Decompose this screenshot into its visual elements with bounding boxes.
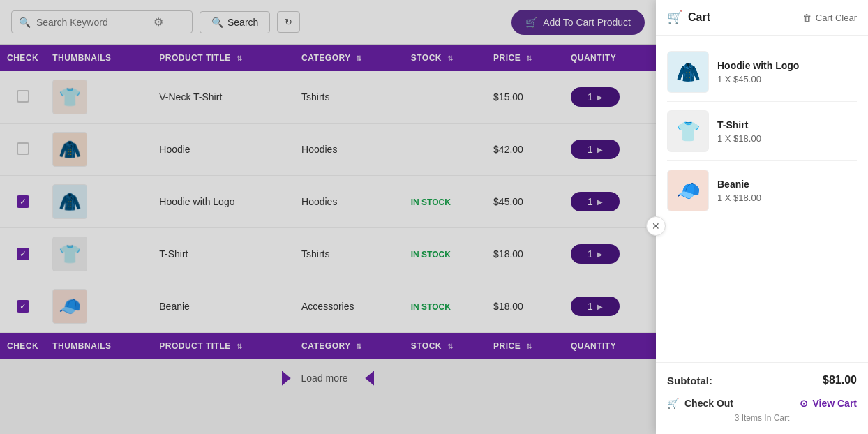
cell-stock (404, 124, 486, 176)
col-price: PRICE ⇅ (486, 45, 564, 71)
col-quantity: QUANTITY (564, 45, 656, 71)
row-checkbox[interactable]: ✓ (17, 248, 29, 260)
sort-icon-title[interactable]: ⇅ (237, 54, 243, 62)
cart-item: 👕 T-Shirt 1 X $18.00 (667, 102, 857, 161)
subtotal-row: Subtotal: $81.00 (667, 374, 857, 387)
search-input[interactable] (36, 17, 148, 28)
table-footer-row: CHECK THUMBNAILS PRODUCT TITLE ⇅ CATEGOR… (0, 333, 656, 360)
footer-col-check: CHECK (0, 333, 45, 360)
close-cart-button[interactable]: ✕ (646, 216, 666, 236)
add-to-cart-label: Add To Cart Product (543, 17, 631, 28)
cell-title: Hoodie with Logo (152, 176, 294, 228)
cell-check: ✓ (0, 280, 45, 333)
cell-stock: IN STOCK (404, 280, 486, 333)
cell-category: Accessories (294, 280, 404, 333)
sort-icon-price[interactable]: ⇅ (526, 54, 532, 62)
cell-price: $18.00 (486, 228, 564, 280)
row-checkbox[interactable] (17, 90, 29, 103)
table-header-row: CHECK THUMBNAILS PRODUCT TITLE ⇅ CATEGOR… (0, 45, 656, 71)
qty-arrow-icon: ▶ (597, 250, 603, 258)
col-stock: STOCK ⇅ (404, 45, 486, 71)
qty-arrow-icon: ▶ (597, 198, 603, 206)
cart-item-info: Hoodie with Logo 1 X $45.00 (717, 60, 857, 84)
footer-col-title: PRODUCT TITLE ⇅ (152, 333, 294, 360)
footer-col-thumbnails: THUMBNAILS (45, 333, 152, 360)
checkout-label: Check Out (684, 398, 733, 409)
row-checkbox[interactable]: ✓ (17, 195, 29, 208)
footer-sort-icon-title[interactable]: ⇅ (237, 343, 243, 350)
cart-item-qty-price: 1 X $18.00 (717, 133, 857, 144)
cell-quantity: 1 ▶ (564, 228, 656, 280)
sort-icon-stock[interactable]: ⇅ (447, 54, 454, 62)
view-cart-button[interactable]: ⊙ View Cart (800, 398, 857, 409)
quantity-badge[interactable]: 1 ▶ (571, 297, 620, 316)
filter-icon[interactable]: ⚙ (154, 15, 163, 29)
load-more-button[interactable]: Load more (282, 371, 348, 386)
cell-price: $42.00 (486, 124, 564, 176)
cell-title: T-Shirt (152, 228, 294, 280)
cart-count-text: 3 Items In Cart (667, 413, 857, 423)
stock-badge: IN STOCK (411, 250, 451, 260)
footer-sort-icon-stock[interactable]: ⇅ (447, 343, 454, 350)
cell-thumbnail: 🧥 (45, 124, 152, 176)
cell-quantity: 1 ▶ (564, 280, 656, 333)
cart-item-thumbnail: 👕 (667, 110, 709, 152)
cart-panel: ✕ 🛒 Cart 🗑 Cart Clear 🧥 Hoodie with Logo… (656, 0, 868, 434)
footer-sort-icon-category[interactable]: ⇅ (356, 343, 362, 350)
cart-panel-title: Cart (688, 11, 710, 24)
thumbnail: 🧥 (52, 184, 87, 219)
footer-col-stock: STOCK ⇅ (404, 333, 486, 360)
cart-clear-icon: 🗑 (802, 13, 811, 23)
cart-item-qty-price: 1 X $45.00 (717, 74, 857, 84)
row-checkbox[interactable] (17, 142, 29, 155)
cart-item-name: T-Shirt (717, 119, 857, 130)
stock-badge: IN STOCK (411, 197, 451, 207)
add-to-cart-button[interactable]: 🛒 Add To Cart Product (511, 10, 645, 35)
footer-col-category: CATEGORY ⇅ (294, 333, 404, 360)
cell-quantity: 1 ▶ (564, 124, 656, 176)
product-table: CHECK THUMBNAILS PRODUCT TITLE ⇅ CATEGOR… (0, 45, 656, 359)
checkout-button[interactable]: 🛒 Check Out (667, 398, 733, 409)
cart-title-area: 🛒 Cart (667, 10, 710, 25)
col-category: CATEGORY ⇅ (294, 45, 404, 71)
refresh-button[interactable]: ↻ (277, 11, 300, 33)
cart-items-list: 🧥 Hoodie with Logo 1 X $45.00 👕 T-Shirt … (656, 36, 868, 362)
search-button[interactable]: 🔍 Search (200, 11, 270, 33)
cell-title: Hoodie (152, 124, 294, 176)
quantity-badge[interactable]: 1 ▶ (571, 192, 620, 211)
cart-panel-icon: 🛒 (667, 10, 682, 25)
thumbnail: 🧢 (52, 289, 87, 324)
cell-quantity: 1 ▶ (564, 71, 656, 124)
load-back-button[interactable] (359, 371, 374, 386)
cart-item-thumb-icon: 🧢 (676, 179, 701, 202)
col-thumbnails: THUMBNAILS (45, 45, 152, 71)
col-check: CHECK (0, 45, 45, 71)
cart-item: 🧥 Hoodie with Logo 1 X $45.00 (667, 43, 857, 102)
quantity-badge[interactable]: 1 ▶ (571, 244, 620, 264)
thumbnail: 👕 (52, 80, 87, 114)
sort-icon-category[interactable]: ⇅ (356, 54, 362, 62)
cell-price: $45.00 (486, 176, 564, 228)
subtotal-label: Subtotal: (667, 375, 712, 387)
footer-sort-icon-price[interactable]: ⇅ (526, 343, 532, 350)
cell-stock: IN STOCK (404, 176, 486, 228)
row-checkbox[interactable]: ✓ (17, 300, 29, 313)
cart-item-name: Beanie (717, 179, 857, 190)
cart-clear-button[interactable]: 🗑 Cart Clear (802, 13, 857, 23)
cell-check (0, 124, 45, 176)
table-row: 🧥 Hoodie Hoodies $42.00 1 ▶ (0, 124, 656, 176)
quantity-badge[interactable]: 1 ▶ (571, 140, 620, 159)
load-more-area: Load more (0, 359, 656, 397)
cell-thumbnail: 🧥 (45, 176, 152, 228)
cart-header: 🛒 Cart 🗑 Cart Clear (656, 0, 868, 36)
table-body: 👕 V-Neck T-Shirt Tshirts $15.00 1 ▶ 🧥 Ho… (0, 71, 656, 333)
cell-title: V-Neck T-Shirt (152, 71, 294, 124)
quantity-badge[interactable]: 1 ▶ (571, 87, 620, 107)
thumbnail-icon: 👕 (59, 244, 81, 265)
col-title: PRODUCT TITLE ⇅ (152, 45, 294, 71)
thumbnail-icon: 🧥 (59, 191, 81, 213)
footer-col-price: PRICE ⇅ (486, 333, 564, 360)
search-container: 🔍 ⚙ (11, 10, 193, 33)
cell-price: $18.00 (486, 280, 564, 333)
cart-item-thumb-icon: 👕 (676, 120, 701, 143)
